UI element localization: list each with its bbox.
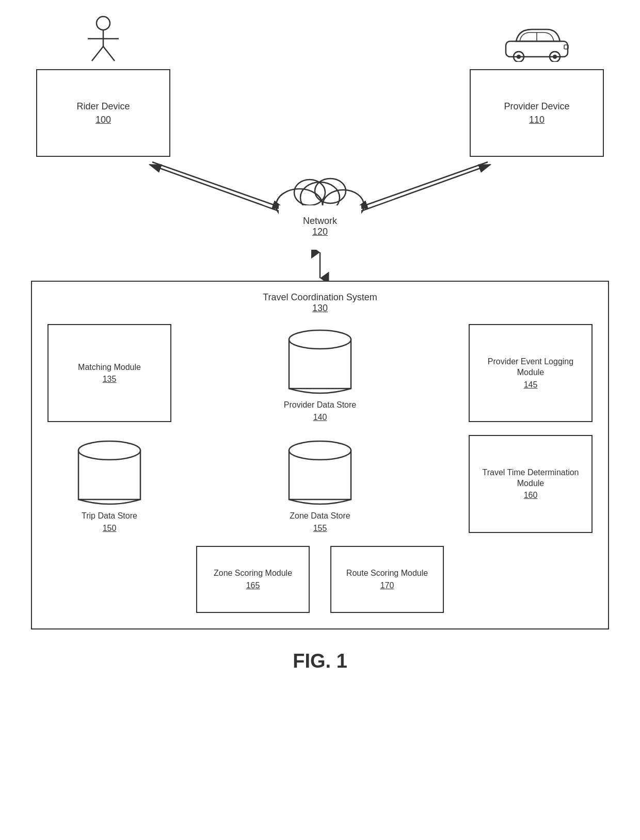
- provider-number: 110: [529, 115, 545, 125]
- network-label-area: Network 120: [303, 216, 337, 237]
- provider-data-label: Provider Data Store: [284, 400, 357, 411]
- svg-rect-5: [506, 41, 568, 57]
- travel-time-module-box: Travel Time Determination Module 160: [469, 435, 593, 533]
- provider-data-cylinder: [281, 324, 359, 399]
- tcs-box: Travel Coordination System 130 Matching …: [31, 281, 609, 629]
- svg-line-16: [356, 162, 488, 208]
- zone-scoring-number: 165: [246, 581, 260, 590]
- trip-data-store-wrapper: Trip Data Store 150: [47, 435, 171, 533]
- network-label: Network: [303, 216, 337, 227]
- car-icon: [503, 23, 570, 64]
- route-scoring-label: Route Scoring Module: [346, 568, 428, 579]
- zone-data-number: 155: [313, 524, 327, 533]
- provider-data-store-label-area: Provider Data Store 140: [284, 400, 357, 422]
- matching-module-label: Matching Module: [78, 362, 141, 373]
- route-scoring-module-box: Route Scoring Module 170: [330, 546, 444, 613]
- provider-label: Provider Device: [504, 101, 569, 112]
- zone-data-cylinder: [281, 435, 359, 510]
- svg-point-33: [289, 441, 351, 460]
- provider-event-module-box: Provider Event Logging Module 145: [469, 324, 593, 422]
- svg-point-10: [553, 55, 557, 59]
- trip-data-label: Trip Data Store: [82, 511, 137, 522]
- svg-point-21: [294, 180, 325, 205]
- svg-line-3: [92, 46, 103, 61]
- travel-time-label: Travel Time Determination Module: [477, 467, 584, 489]
- person-icon: [83, 15, 124, 64]
- top-row: Rider Device 100: [31, 15, 609, 157]
- tcs-title-area: Travel Coordination System 130: [47, 292, 593, 314]
- network-number: 120: [303, 227, 337, 237]
- zone-data-store-wrapper: Zone Data Store 155: [258, 435, 382, 533]
- diagram: Rider Device 100: [31, 15, 609, 672]
- provider-event-label: Provider Event Logging Module: [477, 357, 584, 378]
- provider-event-number: 145: [524, 380, 538, 390]
- rider-label: Rider Device: [76, 101, 130, 112]
- modules-row-3: Zone Scoring Module 165 Route Scoring Mo…: [47, 546, 593, 613]
- provider-device-box: Provider Device 110: [470, 69, 604, 157]
- svg-line-14: [152, 162, 284, 208]
- zone-data-label: Zone Data Store: [290, 511, 350, 522]
- rider-col: Rider Device 100: [31, 15, 175, 157]
- provider-col: Provider Device 110: [465, 23, 609, 157]
- down-arrow: [310, 250, 330, 281]
- zone-data-store-label-area: Zone Data Store 155: [290, 511, 350, 533]
- network-section: Network 120: [31, 157, 609, 250]
- rider-device-box: Rider Device 100: [36, 69, 170, 157]
- zone-scoring-module-box: Zone Scoring Module 165: [196, 546, 310, 613]
- network-cloud-container: Network 120: [268, 169, 372, 237]
- tcs-title: Travel Coordination System: [263, 292, 377, 303]
- provider-data-store-wrapper: Provider Data Store 140: [258, 324, 382, 422]
- svg-point-31: [78, 441, 140, 460]
- modules-row-1: Matching Module 135 Provider Data Store …: [47, 324, 593, 422]
- svg-point-29: [289, 330, 351, 349]
- trip-data-store-label-area: Trip Data Store 150: [82, 511, 137, 533]
- trip-data-number: 150: [103, 524, 117, 533]
- fig-caption: FIG. 1: [293, 650, 347, 672]
- matching-module-box: Matching Module 135: [47, 324, 171, 422]
- rider-number: 100: [95, 115, 111, 125]
- trip-data-cylinder: [71, 435, 148, 510]
- matching-module-number: 135: [103, 375, 117, 384]
- provider-data-number: 140: [313, 413, 327, 422]
- zone-scoring-label: Zone Scoring Module: [214, 568, 292, 579]
- svg-point-0: [97, 17, 110, 30]
- svg-line-4: [103, 46, 115, 61]
- network-tcs-connector: [310, 250, 330, 281]
- svg-point-9: [517, 55, 521, 59]
- travel-time-number: 160: [524, 491, 538, 500]
- route-scoring-number: 170: [380, 581, 394, 590]
- tcs-number: 130: [312, 303, 328, 314]
- modules-row-2: Trip Data Store 150 Zone Data Store 155: [47, 435, 593, 533]
- svg-line-17: [361, 165, 490, 211]
- svg-point-22: [315, 179, 346, 203]
- svg-line-15: [150, 165, 279, 211]
